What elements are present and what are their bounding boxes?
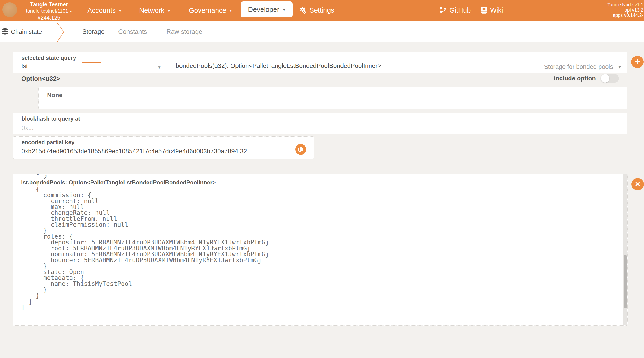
settings-label: Settings	[310, 6, 334, 14]
query-result-output: [ [ [ 2 ] { commission: { current: null …	[12, 174, 628, 326]
nav-governance-label: Governance	[189, 6, 226, 14]
param-value-input[interactable]: None	[38, 87, 627, 109]
nav-network[interactable]: Network	[139, 6, 170, 15]
include-option-toggle[interactable]	[601, 74, 619, 82]
network-endpoint: tangle-testnet/1101	[23, 8, 75, 14]
result-label: lst.bondedPools: Option<PalletTangleLstB…	[21, 179, 216, 186]
version-info: Tangle Node v1.1 api v13.2 apps v0.144.2…	[607, 2, 643, 18]
blockhash-label: blockhash to query at	[22, 116, 80, 122]
network-selector[interactable]: Tangle Testnet tangle-testnet/1101 #244,…	[23, 1, 75, 21]
nav-developer-label: Developer	[248, 6, 279, 14]
encoded-key-field: encoded partial key 0xb215d74ed901653de1…	[13, 136, 314, 159]
wiki-link[interactable]: Wiki	[481, 6, 503, 15]
blockhash-input[interactable]	[22, 124, 618, 132]
tab-raw-storage-label: Raw storage	[166, 28, 202, 36]
top-bar: Tangle Testnet tangle-testnet/1101 #244,…	[0, 0, 644, 21]
method-hint-dropdown[interactable]: Storage for bonded pools.	[544, 63, 621, 70]
chevron-down-icon	[119, 8, 121, 13]
tab-raw-storage[interactable]: Raw storage	[166, 21, 202, 42]
git-branch-icon	[440, 6, 446, 14]
include-option-control: include option	[554, 74, 619, 82]
query-label: selected state query	[22, 54, 76, 61]
result-json: [ [ [ 2 ] { commission: { current: null …	[21, 174, 269, 310]
page-title: Chain state	[11, 21, 42, 42]
nav-governance[interactable]: Governance	[189, 6, 232, 15]
page-header: Chain state Storage Constants Raw storag…	[0, 21, 644, 42]
param-value-label: None	[47, 92, 62, 99]
encoded-key-label: encoded partial key	[22, 139, 74, 146]
apps-version: apps v0.144.2-	[607, 12, 643, 18]
nav-accounts[interactable]: Accounts	[88, 6, 121, 15]
network-name: Tangle Testnet	[23, 1, 75, 8]
nav-network-label: Network	[139, 6, 164, 14]
scrollbar-thumb[interactable]	[624, 255, 627, 308]
wiki-label: Wiki	[490, 6, 503, 14]
chevron-down-icon	[158, 64, 160, 70]
toggle-knob	[601, 74, 609, 82]
param-indent-line	[31, 86, 32, 109]
copy-button[interactable]	[295, 144, 306, 155]
tab-constants-label: Constants	[118, 28, 147, 36]
tab-constants[interactable]: Constants	[118, 21, 147, 42]
chevron-down-icon	[230, 8, 232, 13]
network-avatar[interactable]	[2, 2, 17, 17]
block-number: #244,125	[23, 14, 75, 21]
nav-settings[interactable]: Settings	[298, 6, 334, 15]
pallet-select[interactable]: lst	[22, 63, 168, 71]
param-type-label: Option<u32>	[21, 75, 60, 82]
api-version: api v13.2	[607, 7, 643, 12]
include-option-label: include option	[554, 75, 596, 82]
github-label: GitHub	[450, 6, 471, 14]
gear-icon	[298, 6, 307, 14]
nav-accounts-label: Accounts	[88, 6, 116, 14]
pallet-select-value: lst	[22, 63, 28, 70]
encoded-key-value: 0xb215d74ed901653de1855869ec1085421f7c4e…	[22, 148, 247, 155]
tab-storage[interactable]: Storage	[82, 21, 105, 42]
method-hint-text: Storage for bonded pools.	[544, 63, 615, 70]
blockhash-field: blockhash to query at	[13, 113, 627, 134]
breadcrumb-chevron-icon	[55, 21, 66, 43]
add-query-button[interactable]: +	[631, 56, 644, 68]
database-icon	[1, 28, 9, 36]
chevron-down-icon	[168, 8, 170, 13]
active-tab-underline	[82, 62, 102, 63]
book-icon	[481, 6, 487, 14]
chevron-down-icon	[283, 7, 285, 12]
close-result-button[interactable]: ✕	[632, 178, 644, 190]
param-indent-line	[19, 84, 19, 109]
node-version: Tangle Node v1.1	[607, 2, 643, 7]
nav-developer-active[interactable]: Developer	[241, 2, 293, 18]
method-select[interactable]: bondedPools(u32): Option<PalletTangleLst…	[176, 62, 528, 71]
copy-icon	[298, 146, 304, 153]
tab-storage-label: Storage	[82, 28, 105, 36]
chevron-down-icon	[70, 9, 72, 14]
state-query-card: selected state query lst bondedPools(u32…	[13, 52, 627, 73]
chevron-down-icon	[618, 64, 621, 70]
github-link[interactable]: GitHub	[440, 6, 471, 15]
